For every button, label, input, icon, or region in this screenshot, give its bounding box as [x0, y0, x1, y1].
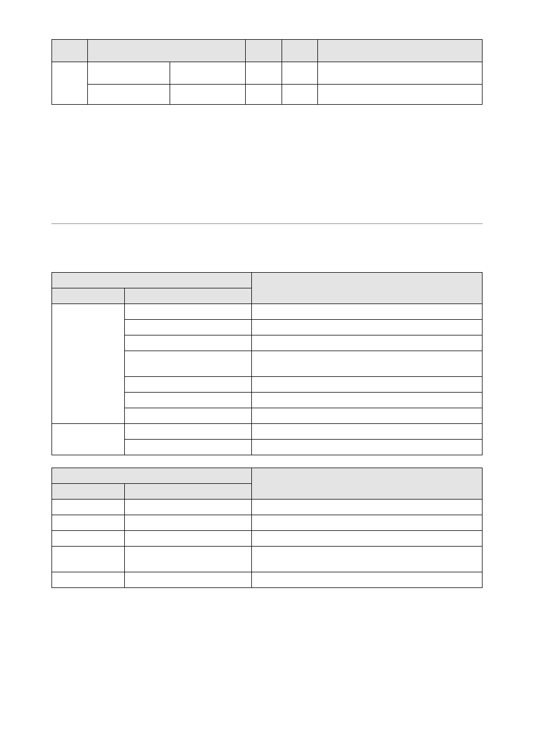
- table-cell: [52, 304, 125, 424]
- table-cell: [252, 500, 483, 515]
- table-row: [52, 85, 483, 105]
- table-cell: [125, 424, 252, 440]
- table-row: [52, 273, 483, 288]
- table-row: [52, 572, 483, 588]
- table-header-cell: [52, 484, 125, 500]
- table-cell: [125, 335, 252, 351]
- table-cell: [252, 440, 483, 455]
- table-row: [52, 531, 483, 547]
- table-cell: [125, 351, 252, 377]
- table-row: [52, 547, 483, 572]
- table-cell: [252, 304, 483, 320]
- table-cell: [125, 531, 252, 547]
- table-header-cell: [318, 40, 483, 62]
- table-cell: [125, 515, 252, 531]
- table-cell: [125, 320, 252, 335]
- table-cell: [125, 304, 252, 320]
- table-row: [52, 304, 483, 320]
- table-cell: [318, 85, 483, 105]
- table-cell: [125, 572, 252, 588]
- table-cell: [282, 85, 318, 105]
- table-cell: [252, 531, 483, 547]
- table-row: [52, 40, 483, 62]
- table-cell: [170, 62, 246, 85]
- table-cell: [252, 572, 483, 588]
- table-header-cell: [252, 273, 483, 304]
- table-cell: [52, 500, 125, 515]
- table-cell: [125, 547, 252, 572]
- table-cell: [252, 393, 483, 408]
- table-cell: [125, 500, 252, 515]
- table-row: [52, 468, 483, 484]
- section-heading: [51, 223, 483, 224]
- table-3: [51, 468, 483, 588]
- table-row: [52, 424, 483, 440]
- table-cell: [88, 62, 170, 85]
- table-header-cell: [52, 288, 125, 304]
- table-header-cell: [125, 484, 252, 500]
- table-cell: [125, 440, 252, 455]
- table-cell: [125, 377, 252, 393]
- table-cell: [318, 62, 483, 85]
- table-cell: [170, 85, 246, 105]
- table-cell: [52, 531, 125, 547]
- table-cell: [52, 515, 125, 531]
- table-header-cell: [88, 40, 246, 62]
- table-cell: [252, 320, 483, 335]
- table-row: [52, 500, 483, 515]
- table-cell: [252, 351, 483, 377]
- table-header-cell: [52, 273, 252, 288]
- table-cell: [282, 62, 318, 85]
- table-cell: [52, 424, 125, 455]
- table-header-cell: [52, 40, 88, 62]
- table-cell: [252, 547, 483, 572]
- table-cell: [52, 547, 125, 572]
- table-cell: [125, 408, 252, 424]
- table-cell: [252, 377, 483, 393]
- table-cell: [252, 408, 483, 424]
- table-row: [52, 515, 483, 531]
- table-header-cell: [52, 468, 252, 484]
- table-2: [51, 272, 483, 455]
- table-header-cell: [282, 40, 318, 62]
- table-header-cell: [125, 288, 252, 304]
- table-cell: [52, 572, 125, 588]
- table-cell: [246, 62, 282, 85]
- table-cell: [52, 62, 88, 105]
- table-cell: [125, 393, 252, 408]
- table-cell: [252, 424, 483, 440]
- table-1: [51, 39, 483, 105]
- table-row: [52, 62, 483, 85]
- table-header-cell: [252, 468, 483, 500]
- table-cell: [252, 515, 483, 531]
- table-header-cell: [246, 40, 282, 62]
- table-cell: [246, 85, 282, 105]
- table-cell: [88, 85, 170, 105]
- table-cell: [252, 335, 483, 351]
